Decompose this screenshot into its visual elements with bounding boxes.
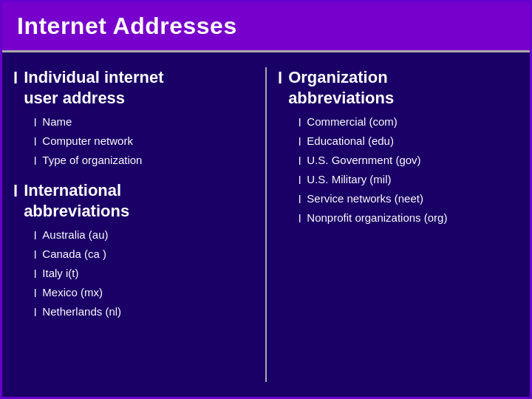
list-item: l Netherlands (nl): [34, 304, 254, 320]
section1-title-text: Individual internet user address: [24, 67, 163, 108]
sub-bullet: l: [299, 172, 301, 188]
section2-sublist: l Australia (au) l Canada (ca ) l Italy …: [34, 227, 254, 320]
sub-text: Netherlands (nl): [42, 304, 121, 319]
section1-bullet: l: [13, 69, 18, 88]
list-item: l Mexico (mx): [34, 284, 254, 301]
sub-text: Italy i(t): [42, 265, 78, 281]
section2-bullet: l: [13, 182, 18, 201]
sub-bullet: l: [299, 134, 301, 149]
sub-bullet: l: [299, 153, 301, 168]
list-item: l Nonprofit organizations (org): [299, 210, 519, 226]
list-item: l Computer network: [34, 133, 254, 149]
sub-bullet: l: [299, 191, 301, 207]
section-international: l International abbreviations l Australi…: [13, 180, 254, 320]
section1-title-row: l Individual internet user address: [13, 67, 254, 108]
slide-content: l Individual internet user address l Nam…: [2, 52, 530, 397]
list-item: l Educational (edu): [299, 133, 519, 149]
sub-bullet: l: [34, 153, 36, 168]
section-individual-internet: l Individual internet user address l Nam…: [13, 67, 254, 168]
sub-bullet: l: [299, 211, 301, 226]
section2-title-row: l International abbreviations: [13, 180, 254, 221]
sub-bullet: l: [34, 134, 36, 149]
list-item: l U.S. Government (gov): [299, 152, 519, 168]
section1-sublist: l Name l Computer network l Type of orga…: [34, 114, 254, 168]
sub-text: U.S. Military (mil): [307, 171, 391, 187]
list-item: l Italy i(t): [34, 265, 254, 282]
left-column: l Individual internet user address l Nam…: [13, 67, 254, 382]
sub-text: Name: [42, 114, 72, 129]
sub-text: Mexico (mx): [42, 284, 103, 300]
list-item: l U.S. Military (mil): [299, 171, 519, 188]
sub-bullet: l: [34, 266, 36, 282]
sub-bullet: l: [34, 228, 36, 243]
list-item: l Canada (ca ): [34, 246, 254, 262]
list-item: l Commercial (com): [299, 114, 519, 130]
list-item: l Australia (au): [34, 227, 254, 243]
right-column: l Organization abbreviations l Commercia…: [278, 67, 519, 382]
sub-text: Type of organization: [42, 152, 142, 168]
sub-text: Educational (edu): [307, 133, 394, 149]
sub-bullet: l: [34, 304, 36, 320]
rsection1-title-row: l Organization abbreviations: [278, 67, 519, 108]
sub-bullet: l: [299, 115, 301, 130]
section2-title-text: International abbreviations: [24, 180, 129, 221]
list-item: l Service networks (neet): [299, 191, 519, 207]
sub-text: Canada (ca ): [42, 246, 106, 262]
sub-text: Commercial (com): [307, 114, 398, 129]
column-divider: [265, 67, 267, 382]
sub-bullet: l: [34, 285, 36, 301]
sub-text: Australia (au): [42, 227, 108, 242]
sub-text: Computer network: [42, 133, 133, 149]
sub-text: U.S. Government (gov): [307, 152, 420, 168]
list-item: l Type of organization: [34, 152, 254, 168]
sub-bullet: l: [34, 247, 36, 262]
rsection1-sublist: l Commercial (com) l Educational (edu) l…: [299, 114, 519, 226]
slide: Internet Addresses l Individual internet…: [0, 0, 532, 399]
slide-header: Internet Addresses: [2, 2, 530, 52]
rsection1-title-text: Organization abbreviations: [288, 67, 394, 108]
section-organization: l Organization abbreviations l Commercia…: [278, 67, 519, 226]
list-item: l Name: [34, 114, 254, 130]
sub-bullet: l: [34, 115, 36, 130]
sub-text: Nonprofit organizations (org): [307, 210, 447, 225]
rsection1-bullet: l: [278, 69, 282, 88]
slide-title: Internet Addresses: [17, 13, 515, 40]
sub-text: Service networks (neet): [307, 191, 423, 206]
